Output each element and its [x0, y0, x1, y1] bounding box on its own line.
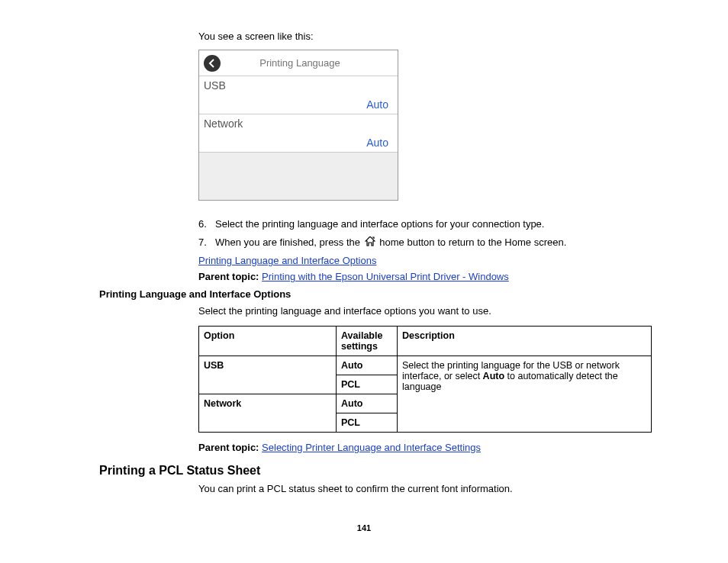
step-text: When you are finished, press the home bu…	[215, 236, 566, 250]
th-description: Description	[398, 327, 652, 356]
parent-topic-link-1[interactable]: Printing with the Epson Universal Print …	[262, 271, 509, 282]
option-label: Network	[204, 398, 241, 409]
major-body: You can print a PCL status sheet to conf…	[198, 482, 652, 496]
option-label: USB	[204, 360, 224, 371]
intro-text: You see a screen like this:	[198, 31, 652, 42]
row-value: Auto	[366, 137, 388, 149]
section-body: Select the printing language and interfa…	[198, 304, 652, 318]
section-heading: Printing Language and Interface Options	[99, 288, 652, 300]
td-setting: Auto	[337, 394, 398, 413]
screenshot-title: Printing Language	[224, 57, 393, 69]
setting-label: PCL	[341, 379, 360, 390]
steps-list: 6. Select the printing language and inte…	[198, 217, 652, 250]
step-7: 7. When you are finished, press the home…	[198, 236, 652, 250]
parent-topic-label: Parent topic:	[198, 442, 259, 453]
back-icon	[204, 55, 221, 72]
parent-topic-link-2[interactable]: Selecting Printer Language and Interface…	[262, 442, 481, 453]
table-row: USB Auto Select the printing language fo…	[199, 356, 652, 375]
step-text: Select the printing language and interfa…	[215, 217, 544, 231]
options-table: Option Available settings Description US…	[198, 326, 652, 433]
row-label: USB	[204, 79, 390, 92]
parent-topic-1: Parent topic: Printing with the Epson Un…	[198, 271, 652, 282]
th-option: Option	[199, 327, 337, 356]
screenshot-header: Printing Language	[199, 50, 398, 76]
desc-bold: Auto	[483, 371, 504, 381]
step-text-after: home button to return to the Home screen…	[379, 236, 566, 248]
td-option-usb: USB	[199, 356, 337, 394]
setting-label: Auto	[341, 360, 362, 371]
th-available: Available settings	[337, 327, 398, 356]
td-setting: PCL	[337, 375, 398, 394]
td-option-network: Network	[199, 394, 337, 433]
td-setting: Auto	[337, 356, 398, 375]
link-printing-language-options[interactable]: Printing Language and Interface Options	[198, 255, 376, 266]
table-header-row: Option Available settings Description	[199, 327, 652, 356]
step-number: 6.	[198, 217, 215, 231]
step-6: 6. Select the printing language and inte…	[198, 217, 652, 231]
embedded-screenshot: Printing Language USB Auto Network Auto	[198, 50, 398, 201]
screenshot-empty-area	[199, 153, 398, 200]
step-text-before: When you are finished, press the	[215, 236, 363, 248]
setting-label: PCL	[341, 417, 360, 428]
td-description: Select the printing language for the USB…	[398, 356, 652, 433]
setting-label: Auto	[341, 398, 362, 409]
parent-topic-2: Parent topic: Selecting Printer Language…	[198, 442, 652, 453]
td-setting: PCL	[337, 413, 398, 433]
parent-topic-label: Parent topic:	[198, 271, 259, 282]
row-value: Auto	[366, 98, 388, 111]
screenshot-row-network: Network Auto	[199, 114, 398, 153]
step-number: 7.	[198, 236, 215, 250]
page-number: 141	[0, 523, 728, 532]
major-heading: Printing a PCL Status Sheet	[99, 464, 652, 478]
row-label: Network	[204, 117, 390, 130]
screenshot-row-usb: USB Auto	[199, 76, 398, 114]
home-icon	[365, 236, 375, 250]
